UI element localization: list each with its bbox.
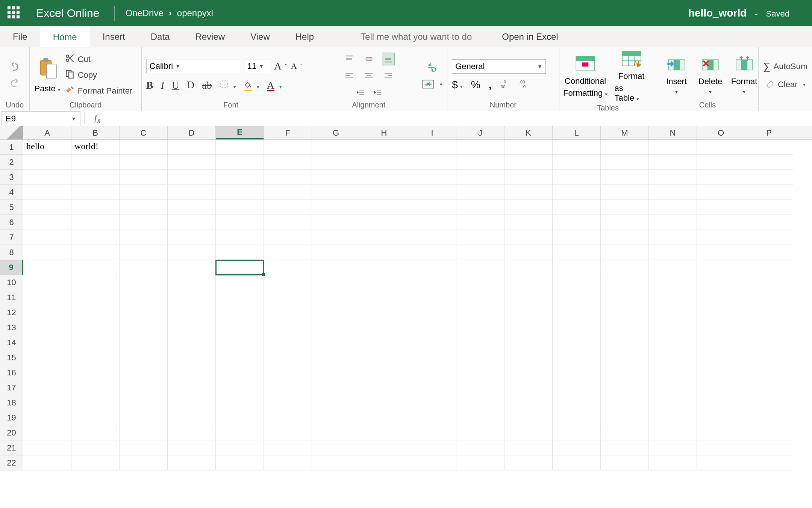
- row-header[interactable]: 17: [0, 380, 23, 395]
- cell[interactable]: [312, 455, 360, 470]
- cell[interactable]: [601, 455, 649, 470]
- cell[interactable]: [120, 320, 168, 335]
- cell[interactable]: [120, 140, 168, 155]
- cell[interactable]: [649, 395, 697, 410]
- cell[interactable]: [264, 455, 312, 470]
- cell[interactable]: [553, 440, 601, 455]
- cell[interactable]: [120, 230, 168, 245]
- cell[interactable]: [408, 185, 456, 200]
- cell[interactable]: [216, 320, 264, 335]
- cell[interactable]: [649, 200, 697, 215]
- cell[interactable]: [649, 155, 697, 170]
- cell[interactable]: [553, 215, 601, 230]
- cell[interactable]: [23, 335, 71, 350]
- font-name-combo[interactable]: Calibri ▼: [146, 59, 240, 73]
- tab-view[interactable]: View: [238, 26, 283, 47]
- cell[interactable]: [408, 395, 456, 410]
- cell[interactable]: [264, 440, 312, 455]
- cell[interactable]: [168, 305, 216, 320]
- cell[interactable]: [71, 230, 120, 245]
- italic-button[interactable]: I: [161, 79, 164, 91]
- cell[interactable]: [649, 305, 697, 320]
- cell[interactable]: [216, 365, 264, 380]
- cell[interactable]: [745, 395, 793, 410]
- cell[interactable]: [360, 260, 408, 275]
- cell[interactable]: [264, 230, 312, 245]
- cell[interactable]: [504, 185, 553, 200]
- cell[interactable]: [216, 185, 264, 200]
- cell[interactable]: [312, 440, 360, 455]
- cell[interactable]: [168, 380, 216, 395]
- cell[interactable]: [504, 275, 553, 290]
- cell[interactable]: [168, 140, 216, 155]
- cell[interactable]: [312, 275, 360, 290]
- cell[interactable]: [264, 425, 312, 440]
- cell[interactable]: [360, 155, 408, 170]
- cell[interactable]: [120, 455, 168, 470]
- cell[interactable]: [312, 155, 360, 170]
- row-header[interactable]: 14: [0, 335, 23, 350]
- cell[interactable]: [504, 425, 553, 440]
- merge-center-button[interactable]: [422, 80, 442, 89]
- column-header[interactable]: B: [71, 126, 120, 139]
- tell-me-search[interactable]: Tell me what you want to do: [361, 26, 472, 47]
- cell[interactable]: [601, 260, 649, 275]
- cell[interactable]: [697, 380, 745, 395]
- cell[interactable]: [71, 365, 120, 380]
- cell[interactable]: [216, 335, 264, 350]
- row-header[interactable]: 10: [0, 275, 23, 290]
- cell[interactable]: [456, 335, 504, 350]
- cell[interactable]: [697, 155, 745, 170]
- strikethrough-button[interactable]: ab: [202, 79, 212, 91]
- cell[interactable]: [553, 455, 601, 470]
- cell[interactable]: [456, 170, 504, 185]
- cell[interactable]: [745, 200, 793, 215]
- align-right-button[interactable]: [382, 69, 395, 82]
- cell[interactable]: [456, 425, 504, 440]
- row-header[interactable]: 6: [0, 215, 23, 230]
- cell[interactable]: [216, 305, 264, 320]
- select-all-corner[interactable]: [0, 126, 23, 139]
- cell[interactable]: [120, 155, 168, 170]
- cell[interactable]: [408, 440, 456, 455]
- cell[interactable]: [168, 335, 216, 350]
- row-header[interactable]: 22: [0, 455, 23, 470]
- cell[interactable]: [504, 170, 553, 185]
- cell[interactable]: [360, 140, 408, 155]
- cell[interactable]: [649, 365, 697, 380]
- cell[interactable]: [360, 335, 408, 350]
- tab-review[interactable]: Review: [182, 26, 238, 47]
- cell[interactable]: [553, 365, 601, 380]
- column-header[interactable]: H: [360, 126, 408, 139]
- cell[interactable]: [697, 170, 745, 185]
- cell[interactable]: [312, 350, 360, 365]
- cell[interactable]: [23, 395, 71, 410]
- cell[interactable]: [601, 230, 649, 245]
- cell[interactable]: [456, 305, 504, 320]
- column-header[interactable]: L: [553, 126, 601, 139]
- cell[interactable]: [601, 365, 649, 380]
- cell[interactable]: [408, 230, 456, 245]
- increase-indent-button[interactable]: [373, 89, 382, 98]
- cell[interactable]: [649, 350, 697, 365]
- cell[interactable]: [120, 335, 168, 350]
- cell[interactable]: [408, 380, 456, 395]
- cell[interactable]: [71, 290, 120, 305]
- cell[interactable]: [553, 395, 601, 410]
- cell[interactable]: [23, 305, 71, 320]
- cell[interactable]: [697, 140, 745, 155]
- row-header[interactable]: 19: [0, 410, 23, 425]
- cell[interactable]: [504, 290, 553, 305]
- cell[interactable]: [71, 335, 120, 350]
- format-as-table-button[interactable]: AZ Format as Table: [611, 50, 652, 103]
- cell[interactable]: [23, 290, 71, 305]
- cell[interactable]: [649, 170, 697, 185]
- cell[interactable]: [456, 155, 504, 170]
- cell[interactable]: [504, 440, 553, 455]
- cell[interactable]: [745, 440, 793, 455]
- cell[interactable]: [745, 320, 793, 335]
- cell[interactable]: [71, 305, 120, 320]
- cell[interactable]: [601, 380, 649, 395]
- row-header[interactable]: 5: [0, 200, 23, 215]
- cell[interactable]: [71, 380, 120, 395]
